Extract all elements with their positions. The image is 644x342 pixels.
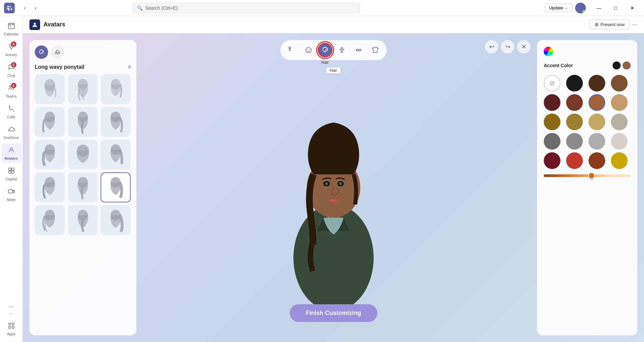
hair-item-1[interactable]	[35, 107, 65, 137]
teams-badge: 2	[11, 83, 16, 88]
svg-line-24	[290, 50, 290, 51]
minimize-button[interactable]: —	[591, 3, 607, 13]
chat-icon: 5	[8, 63, 15, 72]
hair-item-10[interactable]	[35, 205, 65, 235]
color-swatch-reddishbrown[interactable]	[566, 94, 583, 111]
nav-forward-button[interactable]: ›	[31, 3, 40, 13]
search-icon: 🔍	[137, 5, 143, 11]
sidebar-item-meet[interactable]: Meet	[1, 185, 21, 204]
hair-item-5[interactable]	[68, 140, 98, 170]
toolbar-hair-button[interactable]	[318, 43, 333, 57]
sidebar-item-chat[interactable]: 5 Chat	[1, 61, 21, 80]
accent-swatch-black[interactable]	[613, 61, 621, 69]
main-content: Avatars ⊞ Present now ···	[23, 16, 644, 342]
color-swatch-mediumbrown[interactable]	[589, 94, 605, 111]
hair-item-scroll-3[interactable]	[101, 74, 131, 104]
close-button[interactable]: ✕	[625, 3, 640, 13]
color-swatch-darkred[interactable]	[544, 94, 560, 111]
svg-rect-17	[9, 326, 11, 328]
color-swatch-white[interactable]	[611, 133, 628, 150]
app-header: Avatars ⊞ Present now ···	[23, 16, 644, 33]
svg-rect-10	[9, 168, 11, 170]
color-swatch-none[interactable]: ⊘	[544, 75, 560, 92]
search-bar[interactable]: 🔍 Search (Ctrl+E)	[133, 3, 360, 13]
hair-item-scroll-2[interactable]	[68, 74, 98, 104]
app-header-right: ⊞ Present now ···	[590, 20, 637, 29]
slider-thumb[interactable]	[588, 172, 595, 179]
maximize-button[interactable]: □	[608, 3, 623, 13]
teams-logo	[4, 3, 15, 13]
hair-item-2[interactable]	[68, 107, 98, 137]
sidebar-item-calendar[interactable]: Calendar	[1, 19, 21, 39]
toolbar-clothing-wrapper	[368, 43, 383, 57]
customizer-close-button[interactable]: ✕	[517, 40, 530, 53]
avatar-display	[267, 60, 400, 342]
accent-color-row: Accent Color	[544, 61, 631, 69]
toolbar-clothing-button[interactable]	[368, 43, 383, 57]
svg-rect-12	[9, 171, 11, 173]
finish-customizing-button[interactable]: Finish Customizing	[290, 304, 377, 322]
tab-hat[interactable]	[51, 45, 64, 59]
color-swatch-goldbrown[interactable]	[544, 114, 560, 130]
sidebar-item-onedrive[interactable]: OneDrive	[1, 123, 21, 142]
color-swatch-gold[interactable]	[611, 152, 628, 169]
color-swatch-auburn[interactable]	[589, 152, 605, 169]
customizer-area: Hair	[23, 33, 644, 342]
color-swatch-tan[interactable]	[611, 94, 628, 111]
accent-swatch-brown[interactable]	[623, 61, 631, 69]
sidebar-label-activity: Activity	[5, 53, 17, 57]
header-more-button[interactable]: ···	[632, 21, 637, 28]
update-more: ···	[564, 5, 568, 10]
redo-button[interactable]: ↪	[501, 40, 514, 53]
panel-title: Long wavy ponytail	[35, 64, 84, 70]
user-avatar[interactable]	[575, 3, 586, 13]
sidebar-item-copilot[interactable]: Copilot	[1, 164, 21, 184]
color-swatch-darkbrown[interactable]	[589, 75, 605, 92]
hair-item-6[interactable]	[101, 140, 131, 170]
present-label: Present now	[601, 22, 625, 27]
sidebar-item-more[interactable]: ··· ···	[1, 300, 21, 318]
color-swatch-lightgray2[interactable]	[589, 133, 605, 150]
toolbar-hair-label: Hair	[321, 60, 329, 65]
color-wheel-icon	[544, 47, 553, 56]
update-button[interactable]: Update ···	[545, 4, 572, 12]
tab-hairstyle[interactable]	[35, 45, 48, 59]
filter-button[interactable]: ≡	[128, 64, 131, 70]
hair-item-4[interactable]	[35, 140, 65, 170]
color-slider[interactable]	[544, 174, 631, 177]
color-swatch-black[interactable]	[566, 75, 583, 92]
search-placeholder: Search (Ctrl+E)	[145, 5, 178, 11]
color-swatch-brown[interactable]	[611, 75, 628, 92]
undo-button[interactable]: ↩	[485, 40, 498, 53]
hair-item-9-selected[interactable]	[101, 172, 131, 202]
apps-icon	[8, 322, 15, 331]
hair-item-11[interactable]	[68, 205, 98, 235]
color-swatch-lightbrown[interactable]	[589, 114, 605, 130]
color-swatch-medgray[interactable]	[566, 133, 583, 150]
toolbar-outfit-button[interactable]	[335, 43, 349, 57]
sidebar-item-avatars[interactable]: Avatars	[1, 144, 21, 163]
color-swatch-red[interactable]	[566, 152, 583, 169]
sidebar-label-calls: Calls	[7, 115, 15, 119]
color-swatch-lightgray[interactable]	[611, 114, 628, 130]
sidebar-item-activity[interactable]: 6 Activity	[1, 40, 21, 59]
sidebar-item-teams[interactable]: 2 Teams	[1, 81, 21, 101]
hair-item-12[interactable]	[101, 205, 131, 235]
color-swatch-darkred2[interactable]	[544, 152, 560, 169]
color-swatch-darkgray[interactable]	[544, 133, 560, 150]
sidebar-item-apps[interactable]: Apps	[1, 319, 21, 339]
color-swatch-darkgold[interactable]	[566, 114, 583, 130]
nav-back-button[interactable]: ‹	[20, 3, 29, 13]
toolbar-face-button[interactable]	[301, 43, 316, 57]
toolbar-accessories-button[interactable]	[351, 43, 366, 57]
present-now-button[interactable]: ⊞ Present now	[590, 20, 630, 29]
hair-item-8[interactable]	[68, 172, 98, 202]
window-controls: — □ ✕	[591, 3, 640, 13]
hair-item-3[interactable]	[101, 107, 131, 137]
toolbar-pose-button[interactable]	[284, 43, 299, 57]
toolbar-accessories-wrapper	[351, 43, 366, 57]
hair-item-7[interactable]	[35, 172, 65, 202]
right-panel: Accent Color ⊘	[537, 40, 637, 335]
hair-item-scroll-1[interactable]	[35, 74, 65, 104]
sidebar-item-calls[interactable]: Calls	[1, 102, 21, 122]
